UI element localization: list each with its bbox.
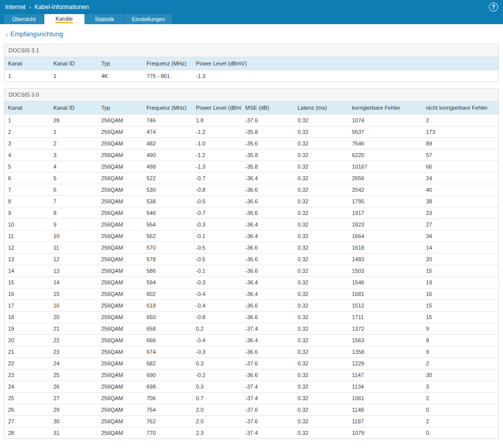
table-cell: 682 xyxy=(143,358,192,369)
table-cell: 0.2 xyxy=(192,323,242,335)
table-cell: 5 xyxy=(5,161,50,173)
table-cell: 4 xyxy=(5,150,50,161)
table-cell: 15 xyxy=(422,265,498,277)
table-row: 65256QAM522-0.7-36.40.32265624 xyxy=(5,173,498,184)
table-row: 98256QAM546-0.7-36.60.32191723 xyxy=(5,207,498,219)
table-cell: 1074 xyxy=(348,115,422,126)
table-cell: 775 - 861 xyxy=(143,70,192,82)
table-cell: -36.6 xyxy=(242,265,294,277)
table-cell: 256QAM xyxy=(98,381,143,393)
table-cell: 20 xyxy=(422,254,498,265)
table-row: 1615256QAM602-0.4-36.40.32168116 xyxy=(5,288,498,300)
table-cell: 4 xyxy=(50,161,98,173)
tab-statistik[interactable]: Statistik xyxy=(85,14,125,24)
table-cell: 40 xyxy=(422,184,498,196)
empfangsrichtung-link[interactable]: ↓ Empfangsrichtung xyxy=(5,30,63,38)
docsis31-table: KanalKanal IDTypFrequenz (MHz)Power Leve… xyxy=(5,57,498,82)
table-cell: 1 xyxy=(50,70,98,82)
table-cell: -0.5 xyxy=(192,196,242,207)
table-cell: 0.32 xyxy=(294,265,348,277)
table-cell: 9 xyxy=(422,346,498,358)
table-cell: -36.6 xyxy=(242,184,294,196)
table-cell: -36.6 xyxy=(242,369,294,381)
table-cell: -37.6 xyxy=(242,358,294,369)
table-cell: 0.32 xyxy=(294,393,348,404)
table-cell: 0.32 xyxy=(294,312,348,323)
docsis30-table: KanalKanal IDTypFrequenz (MHz)Power Leve… xyxy=(5,102,498,438)
column-header: Frequenz (MHz) xyxy=(143,102,192,115)
table-cell: 658 xyxy=(143,323,192,335)
breadcrumb-current: Kabel-Informationen xyxy=(34,4,89,11)
table-cell: 1147 xyxy=(348,369,422,381)
table-cell: 1372 xyxy=(348,323,422,335)
table-cell: 0.32 xyxy=(294,358,348,369)
table-cell: 0.32 xyxy=(294,416,348,427)
table-cell: -37.4 xyxy=(242,427,294,439)
table-cell: 30 xyxy=(50,416,98,427)
table-cell: 570 xyxy=(143,242,192,254)
table-cell: -35.8 xyxy=(242,150,294,161)
table-cell: 20 xyxy=(5,335,50,346)
table-cell: 0.32 xyxy=(294,381,348,393)
table-cell: 498 xyxy=(143,161,192,173)
table-cell: 256QAM xyxy=(98,393,143,404)
tab-kanaele[interactable]: Kanäle xyxy=(44,14,85,24)
top-header: Internet › Kabel-Informationen ? xyxy=(0,0,503,14)
table-cell: -0.5 xyxy=(192,242,242,254)
table-row: 1110256QAM562-0.1-36.40.32166434 xyxy=(5,231,498,242)
table-cell: -35.8 xyxy=(242,126,294,138)
table-cell: 11 xyxy=(5,231,50,242)
column-header: Kanal ID xyxy=(50,57,98,70)
table-row: 54256QAM498-1.3-35.80.321016766 xyxy=(5,161,498,173)
breadcrumb-internet[interactable]: Internet xyxy=(5,4,26,11)
table-cell: 1917 xyxy=(348,207,422,219)
table-cell: 89 xyxy=(422,138,498,150)
tab-bar: ÜbersichtKanäleStatistikEinstellungen xyxy=(0,14,503,24)
help-icon[interactable]: ? xyxy=(489,3,498,12)
table-cell: 8 xyxy=(422,335,498,346)
tab-uebersicht[interactable]: Übersicht xyxy=(4,14,44,24)
table-cell: 0.7 xyxy=(192,393,242,404)
table-cell: -0.1 xyxy=(192,231,242,242)
table-cell: 1795 xyxy=(348,196,422,207)
table-cell: 15 xyxy=(5,277,50,288)
table-cell: -1.3 xyxy=(192,161,242,173)
table-cell: 0.32 xyxy=(294,126,348,138)
table-cell: 21 xyxy=(5,346,50,358)
table-cell: 474 xyxy=(143,126,192,138)
table-cell: 34 xyxy=(422,231,498,242)
table-cell: 0.32 xyxy=(294,242,348,254)
table-cell: 0.32 xyxy=(294,161,348,173)
column-header: Power Level (dBmV) xyxy=(192,102,242,115)
table-cell: 618 xyxy=(143,300,192,312)
table-cell: -0.8 xyxy=(192,184,242,196)
tab-einstellungen[interactable]: Einstellungen xyxy=(125,14,173,24)
table-cell: 0.32 xyxy=(294,300,348,312)
table-cell: 16 xyxy=(50,300,98,312)
table-cell: 28 xyxy=(50,115,98,126)
table-cell: 256QAM xyxy=(98,207,143,219)
table-cell: 9 xyxy=(5,207,50,219)
table-cell: 256QAM xyxy=(98,161,143,173)
table-cell: 2 xyxy=(422,115,498,126)
table-cell: 0.32 xyxy=(294,288,348,300)
table-cell: -1.0 xyxy=(192,138,242,150)
table-cell: -0.2 xyxy=(192,369,242,381)
table-cell: 30 xyxy=(422,369,498,381)
table-cell: 2 xyxy=(5,126,50,138)
table-cell: 0 xyxy=(422,404,498,416)
tab-label: Kanäle xyxy=(55,16,73,23)
table-cell: 1061 xyxy=(348,393,422,404)
table-cell: 256QAM xyxy=(98,173,143,184)
table-cell: 2656 xyxy=(348,173,422,184)
table-cell: 2.0 xyxy=(192,416,242,427)
table-cell: 546 xyxy=(143,207,192,219)
table-row: 109256QAM554-0.3-36.40.32182327 xyxy=(5,219,498,231)
table-cell: 10 xyxy=(50,231,98,242)
table-cell: 256QAM xyxy=(98,254,143,265)
docsis30-title: DOCSIS 3.0 xyxy=(5,89,498,102)
table-row: 1820256QAM650-0.8-36.60.32171115 xyxy=(5,312,498,323)
table-cell: 1134 xyxy=(348,381,422,393)
table-cell: 2.3 xyxy=(192,427,242,439)
table-cell: 7 xyxy=(50,196,98,207)
